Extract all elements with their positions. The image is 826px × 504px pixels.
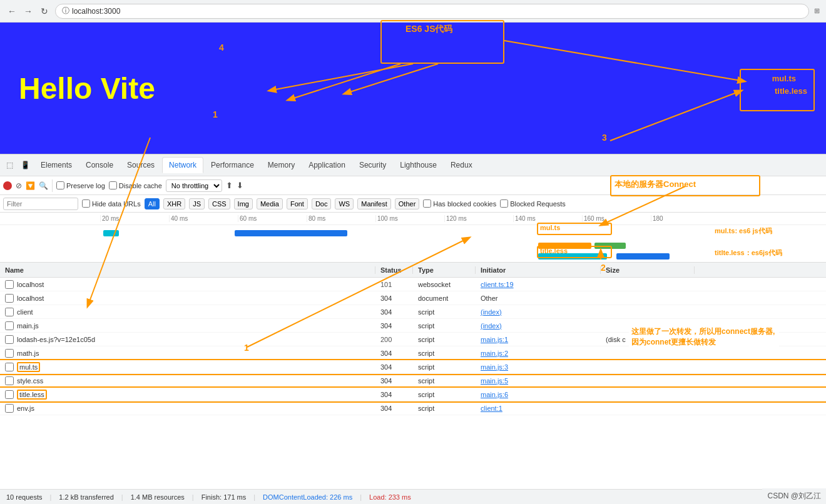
filter-media-button[interactable]: Media: [257, 198, 283, 209]
filter-bar: Hide data URLs All XHR JS CSS Img Media …: [0, 195, 826, 213]
timeline-bar-2: [235, 230, 347, 236]
app-content: Hello Vite: [0, 23, 826, 154]
upload-arrow-icon: ⬆: [226, 181, 233, 190]
tab-security[interactable]: Security: [353, 158, 392, 173]
tab-memory[interactable]: Memory: [262, 158, 301, 173]
timeline-bar-3: [594, 243, 626, 249]
row-name-9: title.less: [0, 390, 375, 400]
url-bar[interactable]: ⓘ localhost:3000: [55, 4, 809, 19]
filter-css-button[interactable]: CSS: [208, 198, 230, 209]
filter-ws-button[interactable]: WS: [335, 198, 354, 209]
devtools-panel: ⬚ 📱 Elements Console Sources Network Per…: [0, 154, 826, 504]
tab-redux[interactable]: Redux: [444, 158, 479, 173]
filter-js-button[interactable]: JS: [189, 198, 205, 209]
filter-img-button[interactable]: Img: [234, 198, 253, 209]
back-button[interactable]: ←: [6, 6, 18, 17]
row-status-5: 200: [375, 336, 413, 343]
filter-doc-button[interactable]: Doc: [312, 198, 332, 209]
row-status-1: 101: [375, 281, 413, 288]
transferred-size: 1.2 kB transferred: [59, 493, 113, 501]
filter-manifest-button[interactable]: Manifest: [357, 198, 391, 209]
row-type-4: script: [413, 322, 476, 330]
ruler-mark-120: 120 ms: [444, 215, 513, 222]
preserve-log-checkbox[interactable]: Preserve log: [56, 181, 105, 189]
filter-input[interactable]: [3, 198, 78, 210]
record-button[interactable]: [3, 181, 12, 190]
table-row-title-less[interactable]: title.less 304 script main.js:6: [0, 388, 826, 401]
table-row[interactable]: main.js 304 script (index): [0, 319, 826, 333]
row-status-7: 304: [375, 363, 413, 371]
filter-all-button[interactable]: All: [145, 198, 160, 209]
table-row[interactable]: math.js 304 script main.js:2: [0, 346, 826, 360]
load-time: Load: 233 ms: [369, 493, 411, 501]
extension-icon: ⊞: [814, 7, 820, 15]
hide-data-urls-checkbox[interactable]: Hide data URLs: [82, 199, 141, 208]
tab-network[interactable]: Network: [162, 157, 203, 173]
disable-cache-checkbox[interactable]: Disable cache: [109, 181, 162, 189]
filter-font-button[interactable]: Font: [287, 198, 308, 209]
timeline-bar-mul-ts: [538, 243, 591, 249]
row-status-6: 304: [375, 350, 413, 357]
row-status-2: 304: [375, 295, 413, 302]
table-row[interactable]: localhost 101 websocket client.ts:19: [0, 278, 826, 291]
row-initiator-8: main.js:5: [476, 377, 601, 385]
blocked-requests-checkbox[interactable]: Blocked Requests: [500, 199, 566, 208]
forward-button[interactable]: →: [23, 6, 34, 17]
download-arrow-icon: ⬇: [237, 181, 243, 190]
header-status: Status: [375, 266, 413, 274]
ruler-mark-80: 80 ms: [307, 215, 375, 222]
row-type-3: script: [413, 308, 476, 316]
timeline-area: 20 ms 40 ms 60 ms 80 ms 100 ms 120 ms 14…: [0, 213, 826, 263]
tab-lighthouse[interactable]: Lighthouse: [394, 158, 443, 173]
tab-elements[interactable]: Elements: [34, 158, 78, 173]
throttle-select[interactable]: No throttling Fast 3G Slow 3G Offline: [166, 179, 222, 192]
app-title: Hello Vite: [19, 71, 155, 106]
row-status-3: 304: [375, 308, 413, 316]
row-status-10: 304: [375, 405, 413, 412]
row-name-4: main.js: [0, 321, 375, 330]
row-name-8: style.css: [0, 376, 375, 385]
filter-xhr-button[interactable]: XHR: [163, 198, 185, 209]
network-table: Name Status Type Initiator Size localhos…: [0, 263, 826, 489]
finish-time: Finish: 171 ms: [201, 493, 247, 501]
blocked-cookies-checkbox[interactable]: Has blocked cookies: [423, 199, 496, 208]
timeline-bar-4: [616, 253, 670, 260]
row-type-8: script: [413, 377, 476, 385]
row-name-2: localhost: [0, 294, 375, 303]
stop-button[interactable]: ⊘: [16, 181, 22, 190]
row-initiator-3: (index): [476, 308, 601, 316]
refresh-button[interactable]: ↻: [39, 6, 50, 17]
row-type-2: document: [413, 295, 476, 302]
inspector-icon[interactable]: ⬚: [3, 158, 16, 173]
row-type-6: script: [413, 350, 476, 357]
row-status-4: 304: [375, 322, 413, 330]
table-row[interactable]: localhost 304 document Other: [0, 291, 826, 305]
requests-count: 10 requests: [6, 493, 42, 501]
filter-icon[interactable]: 🔽: [26, 181, 35, 190]
table-row-mul-ts[interactable]: mul.ts 304 script main.js:3: [0, 360, 826, 374]
ruler-mark-20: 20 ms: [100, 215, 169, 222]
status-bar: 10 requests | 1.2 kB transferred | 1.4 M…: [0, 489, 826, 504]
header-name: Name: [0, 266, 375, 274]
search-icon[interactable]: 🔍: [39, 181, 48, 190]
url-text: localhost:3000: [72, 7, 120, 16]
table-row[interactable]: lodash-es.js?v=12e1c05d 200 script main.…: [0, 333, 826, 346]
timeline-bar-1: [103, 230, 119, 236]
ruler-mark-160: 160 ms: [582, 215, 651, 222]
tab-sources[interactable]: Sources: [121, 158, 161, 173]
ruler-mark-180: 180: [651, 215, 720, 222]
table-row[interactable]: env.js 304 script client:1: [0, 401, 826, 415]
tab-application[interactable]: Application: [302, 158, 352, 173]
table-row[interactable]: client 304 script (index): [0, 305, 826, 319]
row-type-1: websocket: [413, 281, 476, 288]
device-icon[interactable]: 📱: [18, 158, 33, 173]
table-row[interactable]: style.css 304 script main.js:5: [0, 374, 826, 388]
filter-other-button[interactable]: Other: [395, 198, 420, 209]
ruler-mark-60: 60 ms: [238, 215, 307, 222]
row-type-7: script: [413, 363, 476, 371]
ruler-mark-100: 100 ms: [375, 215, 444, 222]
ruler-mark-140: 140 ms: [513, 215, 582, 222]
row-initiator-5: main.js:1: [476, 336, 601, 343]
tab-console[interactable]: Console: [79, 158, 120, 173]
tab-performance[interactable]: Performance: [205, 158, 260, 173]
